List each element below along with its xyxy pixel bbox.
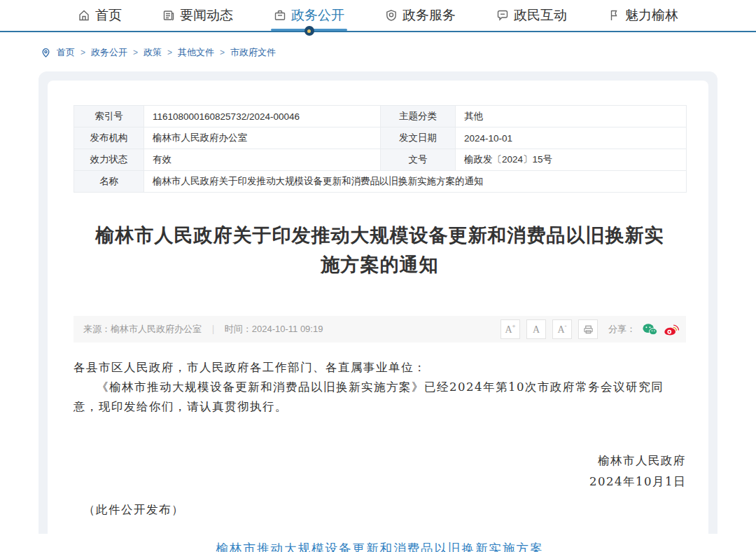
nav-item-charming-yulin[interactable]: 魅力榆林 [608,0,678,31]
location-icon [41,48,51,58]
weibo-share-icon[interactable] [664,323,679,336]
signature-block: 榆林市人民政府 2024年10月1日 [74,450,686,492]
body-paragraph-salutation: 各县市区人民政府，市人民政府各工作部门、各直属事业单位： [74,358,686,378]
nav-item-label: 政务服务 [402,6,456,25]
meta-value-index-number: 116108000160825732/2024-00046 [144,106,381,127]
nav-item-home[interactable]: 首页 [78,0,122,31]
breadcrumb-item-other-docs[interactable]: 其他文件 [178,46,214,59]
top-nav: 首页 要闻动态 政务公开 政务服务 政民互动 魅力榆林 [0,0,756,31]
nav-item-gov-disclosure[interactable]: 政务公开 [274,0,344,31]
meta-label-doc-number: 文号 [381,149,456,171]
breadcrumb-item-home[interactable]: 首页 [57,46,75,59]
breadcrumb-item-gov-disclosure[interactable]: 政务公开 [91,46,127,59]
attachment-link[interactable]: 榆林市推动大规模设备更新和消费品以旧换新实施方案 [216,541,544,552]
share-label: 分享： [608,323,636,336]
signature-date: 2024年10月1日 [74,471,686,492]
font-increase-button[interactable]: A+ [500,319,520,339]
font-reset-button[interactable]: A [526,319,546,339]
meta-label-topic-category: 主题分类 [381,106,456,127]
meta-label-issuing-agency: 发布机构 [74,127,144,149]
chat-icon [496,9,509,22]
nav-item-news[interactable]: 要闻动态 [162,0,233,31]
nav-item-label: 魅力榆林 [625,6,678,25]
print-icon [583,324,594,335]
public-release-note: （此件公开发布） [74,502,686,518]
nav-item-label: 政民互动 [514,6,567,25]
badge-icon [385,9,398,22]
briefcase-icon [274,9,286,22]
table-row: 名称 榆林市人民政府关于印发推动大规模设备更新和消费品以旧换新实施方案的通知 [74,171,687,193]
attachment-link-wrapper: 榆林市推动大规模设备更新和消费品以旧换新实施方案 [74,540,686,552]
table-row: 发布机构 榆林市人民政府办公室 发文日期 2024-10-01 [74,127,687,149]
home-icon [78,9,90,22]
nav-item-label: 首页 [95,6,122,25]
meta-label-validity-status: 效力状态 [74,149,144,171]
breadcrumb-separator: > [220,48,225,57]
breadcrumb-separator: > [167,48,172,57]
nav-item-gov-services[interactable]: 政务服务 [385,0,456,31]
breadcrumb-separator: > [133,48,138,57]
nav-item-label: 政务公开 [291,6,344,25]
font-decrease-button[interactable]: A- [552,319,572,339]
document-card: 索引号 116108000160825732/2024-00046 主题分类 其… [48,81,708,534]
meta-value-issuing-agency: 榆林市人民政府办公室 [144,127,381,149]
breadcrumb-item-city-gov-docs[interactable]: 市政府文件 [230,46,276,59]
article-meta-bar: 来源：榆林市人民政府办公室 ｜ 时间：2024-10-11 09:19 A+ A… [74,316,686,343]
wechat-share-icon[interactable] [642,323,657,336]
source-label: 来源：榆林市人民政府办公室 [83,323,202,336]
meta-label-title: 名称 [74,171,144,193]
document-body: 各县市区人民政府，市人民政府各工作部门、各直属事业单位： 《榆林市推动大规模设备… [74,358,686,417]
flag-icon [608,9,620,22]
meta-value-title: 榆林市人民政府关于印发推动大规模设备更新和消费品以旧换新实施方案的通知 [144,171,687,193]
nav-item-public-interaction[interactable]: 政民互动 [496,0,567,31]
meta-value-doc-number: 榆政发〔2024〕15号 [456,149,687,171]
active-tab-indicator-dot [304,26,314,36]
document-meta-table: 索引号 116108000160825732/2024-00046 主题分类 其… [74,105,687,193]
table-row: 索引号 116108000160825732/2024-00046 主题分类 其… [74,106,687,127]
signature-organization: 榆林市人民政府 [74,450,686,471]
print-button[interactable] [578,319,598,339]
news-icon [162,9,175,22]
page-title: 榆林市人民政府关于印发推动大规模设备更新和消费品以旧换新实施方案的通知 [93,221,667,280]
divider-pipe: ｜ [209,323,218,336]
content-panel: 索引号 116108000160825732/2024-00046 主题分类 其… [38,71,718,534]
meta-value-validity-status: 有效 [144,149,381,171]
meta-value-issue-date: 2024-10-01 [456,127,687,149]
breadcrumb: 首页 > 政务公开 > 政策 > 其他文件 > 市政府文件 [0,32,756,69]
nav-item-label: 要闻动态 [180,6,233,25]
body-paragraph-main: 《榆林市推动大规模设备更新和消费品以旧换新实施方案》已经2024年第10次市政府… [74,378,686,417]
breadcrumb-separator: > [80,48,85,57]
meta-value-topic-category: 其他 [456,106,687,127]
meta-label-issue-date: 发文日期 [381,127,456,149]
meta-label-index-number: 索引号 [74,106,144,127]
time-label: 时间：2024-10-11 09:19 [225,323,323,336]
table-row: 效力状态 有效 文号 榆政发〔2024〕15号 [74,149,687,171]
breadcrumb-item-policy[interactable]: 政策 [144,46,162,59]
